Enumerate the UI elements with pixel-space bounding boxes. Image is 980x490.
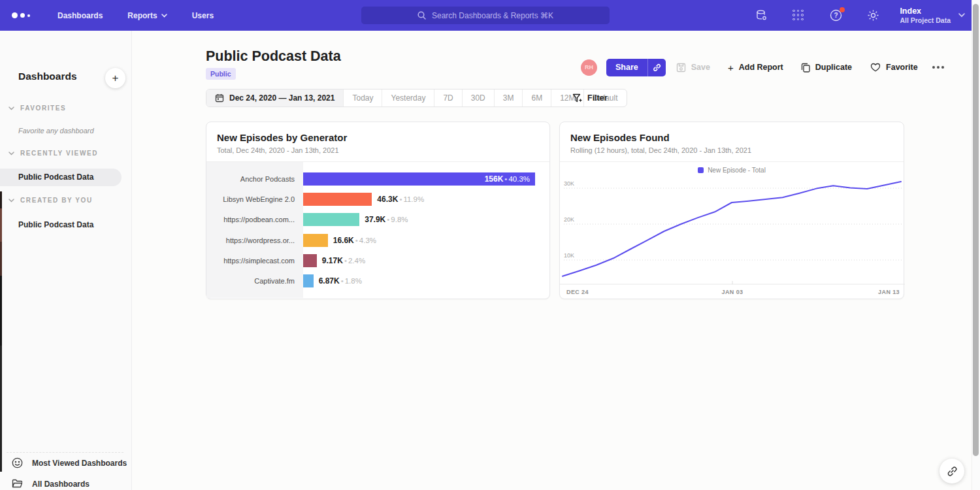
bar-rows: Anchor Podcasts156K•40.3%Libsyn WebEngin… (206, 162, 549, 298)
brand-logo-icon[interactable] (12, 12, 30, 18)
date-preset-30d[interactable]: 30D (462, 90, 494, 106)
notification-badge (840, 7, 845, 12)
svg-text:?: ? (834, 12, 838, 19)
date-preset-6m[interactable]: 6M (522, 90, 551, 106)
add-report-button[interactable]: + Add Report (728, 62, 783, 73)
bar-category-label: https://wordpress.or... (206, 237, 303, 244)
favorite-button[interactable]: Favorite (870, 63, 918, 72)
more-options-button[interactable] (932, 66, 944, 69)
sidebar: Dashboards + FAVORITES Favorite any dash… (0, 31, 132, 490)
bar-category-label: https://simplecast.com (206, 257, 303, 265)
bar-track: 16.6K•4.3% (303, 234, 549, 247)
new-dashboard-button[interactable]: + (105, 68, 125, 88)
smiley-icon (12, 457, 23, 468)
help-icon[interactable]: ? (829, 9, 842, 22)
nav-item-dashboards[interactable]: Dashboards (57, 11, 103, 20)
share-link-fab[interactable] (939, 459, 964, 483)
bar-category-label: Anchor Podcasts (206, 175, 303, 183)
scrollbar-track[interactable] (972, 0, 980, 490)
sidebar-item-public-podcast-data[interactable]: Public Podcast Data (18, 220, 93, 229)
section-recently-viewed[interactable]: RECENTLY VIEWED (8, 150, 98, 157)
chart-subtitle: Total, Dec 24th, 2020 - Jan 13th, 2021 (217, 146, 539, 154)
legend-swatch (698, 167, 704, 173)
nav-item-users[interactable]: Users (192, 11, 214, 20)
date-preset-7d[interactable]: 7D (434, 90, 461, 106)
date-range-picker[interactable]: Dec 24, 2020 — Jan 13, 2021 (206, 90, 343, 106)
project-name: Index (900, 7, 951, 16)
bar-value-label: 46.3K•11.9% (377, 195, 424, 204)
bar-segment[interactable] (303, 274, 314, 287)
nav-right: ? Index All Project Data (755, 0, 965, 31)
section-created-by-you[interactable]: CREATED BY YOU (8, 197, 93, 204)
bar-segment[interactable] (303, 234, 328, 247)
bar-category-label: Captivate.fm (206, 277, 303, 285)
filter-funnel-icon (572, 93, 582, 103)
date-preset-3m[interactable]: 3M (494, 90, 523, 106)
line-plot[interactable]: 10K20K30KDEC 24JAN 03JAN 13 (560, 178, 905, 298)
app-root: Dashboards Reports Users Search Dashboar… (0, 0, 980, 490)
plus-icon: + (728, 62, 734, 73)
chart-legend: New Episode - Total (560, 162, 904, 178)
x-axis-tick-label: DEC 24 (566, 289, 589, 295)
bar-value-label: 9.17K•2.4% (322, 256, 365, 265)
share-button-group: Share (606, 59, 666, 76)
bar-value-label: 156K•40.3% (485, 174, 530, 184)
bar-category-label: https://podbean.com... (206, 216, 303, 223)
bar-row: Captivate.fm6.87K•1.8% (206, 274, 549, 287)
heart-icon (870, 63, 881, 72)
chart-subtitle: Rolling (12 hours), total, Dec 24th, 202… (570, 146, 893, 154)
x-axis-tick-label: JAN 13 (878, 289, 900, 295)
scrollbar-thumb[interactable] (973, 4, 979, 456)
card-header: New Episodes Found Rolling (12 hours), t… (560, 122, 904, 162)
calendar-icon (215, 93, 224, 103)
most-viewed-dashboards-link[interactable]: Most Viewed Dashboards (12, 457, 127, 468)
apps-grid-icon[interactable] (792, 9, 805, 22)
date-preset-yesterday[interactable]: Yesterday (382, 90, 434, 106)
section-favorites[interactable]: FAVORITES (8, 105, 66, 112)
chevron-down-icon (8, 199, 14, 203)
project-selector[interactable]: Index All Project Data (900, 7, 965, 25)
sidebar-item-public-podcast-data-selected[interactable]: Public Podcast Data (0, 169, 122, 186)
duplicate-icon (801, 63, 810, 73)
bar-value-label: 37.9K•9.8% (365, 215, 408, 224)
avatar[interactable]: RH (581, 59, 597, 76)
page-title: Public Podcast Data (206, 48, 341, 65)
all-dashboards-link[interactable]: All Dashboards (12, 479, 90, 489)
nav-item-reports[interactable]: Reports (127, 11, 167, 20)
link-icon (947, 466, 958, 477)
bar-segment[interactable] (303, 213, 359, 226)
bar-track: 46.3K•11.9% (303, 193, 549, 206)
search-input[interactable]: Search Dashboards & Reports ⌘K (361, 7, 610, 24)
duplicate-button[interactable]: Duplicate (801, 63, 852, 73)
data-sources-icon[interactable] (755, 9, 768, 22)
bar-track: 6.87K•1.8% (303, 274, 549, 287)
card-new-episodes-found: New Episodes Found Rolling (12 hours), t… (559, 122, 904, 299)
bar-value-label: 6.87K•1.8% (319, 276, 362, 286)
line-chart: New Episode - Total 10K20K30KDEC 24JAN 0… (560, 162, 904, 298)
top-nav: Dashboards Reports Users Search Dashboar… (0, 0, 972, 31)
line-series-new-episode-total (563, 182, 901, 276)
link-icon (653, 63, 661, 72)
bar-track: 37.9K•9.8% (303, 213, 549, 226)
bar-track: 9.17K•2.4% (303, 254, 549, 267)
date-preset-today[interactable]: Today (343, 90, 382, 106)
bar-track: 156K•40.3% (303, 172, 549, 186)
bar-value-label: 16.6K•4.3% (333, 236, 376, 245)
bar-segment[interactable]: 156K•40.3% (303, 172, 535, 186)
filter-button[interactable]: Filter (572, 89, 608, 107)
share-link-button[interactable] (647, 59, 666, 76)
legend-label: New Episode - Total (708, 167, 766, 174)
save-button[interactable]: Save (676, 63, 710, 73)
sidebar-divider (7, 452, 123, 453)
bar-segment[interactable] (303, 254, 317, 267)
bar-row: Anchor Podcasts156K•40.3% (206, 172, 549, 186)
share-button[interactable]: Share (606, 59, 647, 76)
chevron-down-icon (8, 106, 14, 110)
y-axis-tick-label: 30K (564, 180, 574, 187)
chevron-down-icon (8, 152, 14, 155)
bar-chart: Anchor Podcasts156K•40.3%Libsyn WebEngin… (206, 162, 549, 298)
date-range-bar: Dec 24, 2020 — Jan 13, 2021 TodayYesterd… (206, 89, 627, 107)
y-axis-tick-label: 10K (564, 252, 574, 259)
bar-segment[interactable] (303, 193, 372, 206)
settings-gear-icon[interactable] (866, 9, 879, 22)
